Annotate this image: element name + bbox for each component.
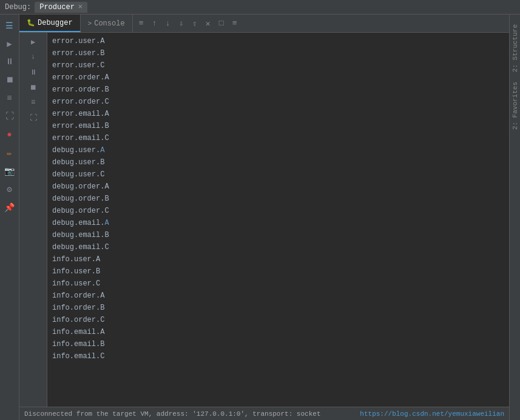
console-line: error.order.B [47, 84, 509, 96]
console-line: info.user.A [47, 253, 509, 265]
tab-console[interactable]: > Console [81, 15, 133, 32]
console-line: info.email.B [47, 338, 509, 350]
right-tab-structure[interactable]: 2: Structure [510, 19, 520, 77]
sidebar-icon-edit[interactable]: ✏ [1, 144, 18, 161]
console-line: info.order.B [47, 302, 509, 314]
content-wrapper: ▶ ↓ ⏸ ⏹ ≡ ⛶ error.user.Aerror.user.Berro… [19, 33, 509, 407]
tab-console-label: Console [94, 19, 124, 28]
toolbar-icons: ≡ ↑ ↓ ⇩ ⇧ ✕ □ ≡ [135, 18, 241, 30]
console-line: info.email.C [47, 350, 509, 362]
sidebar-icon-camera[interactable]: 📷 [1, 162, 18, 179]
tb-box-icon[interactable]: □ [215, 18, 228, 30]
tab-bar: 🐛 Debugger > Console ≡ ↑ ↓ ⇩ ⇧ ✕ □ ≡ [19, 15, 509, 33]
tb-down-icon[interactable]: ↓ [162, 18, 174, 30]
console-line: debug.user.C [47, 168, 509, 181]
tb-lines-icon[interactable]: ≡ [229, 18, 241, 30]
debug-label: Debug: [5, 3, 31, 12]
title-bar: Debug: Producer × [0, 0, 520, 15]
sidebar-icon-stop[interactable]: ⏹ [1, 72, 18, 88]
console-tab-icon: > [88, 20, 92, 27]
right-tab-favorites[interactable]: 2: Favorites [510, 77, 520, 135]
status-url[interactable]: https://blog.csdn.net/yemuxiaweilian [360, 410, 504, 418]
console-line: info.order.C [47, 314, 509, 326]
console-output[interactable]: error.user.Aerror.user.Berror.user.Cerro… [47, 33, 509, 407]
console-line: error.user.C [47, 59, 509, 72]
console-line: debug.email.C [47, 241, 509, 253]
console-line: error.user.B [47, 47, 509, 59]
console-line: debug.user.A [47, 144, 509, 156]
tb-up-icon[interactable]: ↑ [149, 18, 161, 30]
console-line: debug.order.B [47, 193, 509, 205]
tb-settings-icon[interactable]: ≡ [135, 18, 147, 30]
console-line: error.order.C [47, 96, 509, 108]
debug-pause-btn[interactable]: ⏸ [27, 65, 40, 79]
sidebar-icon-settings[interactable]: ⚙ [1, 181, 18, 198]
debug-layout-btn[interactable]: ⛶ [27, 111, 40, 124]
sidebar-icon-resume[interactable]: ▶ [1, 35, 18, 52]
status-bar: Disconnected from the target VM, address… [19, 407, 509, 420]
console-line: debug.email.B [47, 229, 509, 241]
right-tabs: 2: Structure 2: Favorites [509, 15, 520, 420]
debug-frames-btn[interactable]: ≡ [27, 96, 40, 109]
left-sidebar: ☰ ▶ ⏸ ⏹ ≡ ⛶ ● ✏ 📷 ⚙ 📌 [0, 15, 19, 420]
debug-controls: ▶ ↓ ⏸ ⏹ ≡ ⛶ [19, 33, 47, 407]
console-line: error.order.A [47, 72, 509, 84]
sidebar-icon-pin[interactable]: 📌 [1, 199, 18, 216]
producer-tab[interactable]: Producer × [35, 2, 87, 13]
main-layout: ☰ ▶ ⏸ ⏹ ≡ ⛶ ● ✏ 📷 ⚙ 📌 🐛 Debugger > Conso… [0, 15, 520, 420]
console-line: debug.user.B [47, 156, 509, 168]
sidebar-icon-breakpoint[interactable]: ● [1, 126, 18, 143]
sidebar-icon-menu[interactable]: ☰ [1, 17, 18, 34]
console-line: debug.order.C [47, 205, 509, 217]
producer-tab-label: Producer [39, 3, 75, 12]
console-line: info.user.B [47, 265, 509, 278]
debug-resume-btn[interactable]: ▶ [27, 35, 40, 48]
sidebar-icon-frames[interactable]: ≡ [1, 90, 18, 107]
console-line: info.email.A [47, 326, 509, 338]
sidebar-icon-layout[interactable]: ⛶ [1, 108, 18, 125]
debug-stop-btn[interactable]: ⏹ [27, 81, 40, 94]
console-line: error.email.B [47, 120, 509, 132]
close-tab-button[interactable]: × [78, 3, 83, 12]
tb-close-icon[interactable]: ✕ [202, 18, 214, 30]
console-line: error.email.A [47, 108, 509, 120]
console-line: debug.email.A [47, 217, 509, 229]
console-line: info.user.C [47, 278, 509, 290]
sidebar-icon-pause[interactable]: ⏸ [1, 53, 18, 70]
tb-up2-icon[interactable]: ⇧ [189, 18, 201, 30]
debugger-tab-icon: 🐛 [27, 19, 35, 27]
debug-step-over-btn[interactable]: ↓ [27, 50, 40, 64]
console-line: info.order.A [47, 290, 509, 302]
tab-debugger-label: Debugger [38, 19, 73, 27]
status-text: Disconnected from the target VM, address… [24, 410, 320, 418]
console-line: debug.order.A [47, 181, 509, 193]
tb-down2-icon[interactable]: ⇩ [175, 18, 187, 30]
console-line: error.user.A [47, 35, 509, 47]
tab-debugger[interactable]: 🐛 Debugger [19, 15, 81, 32]
console-line: error.email.C [47, 132, 509, 144]
